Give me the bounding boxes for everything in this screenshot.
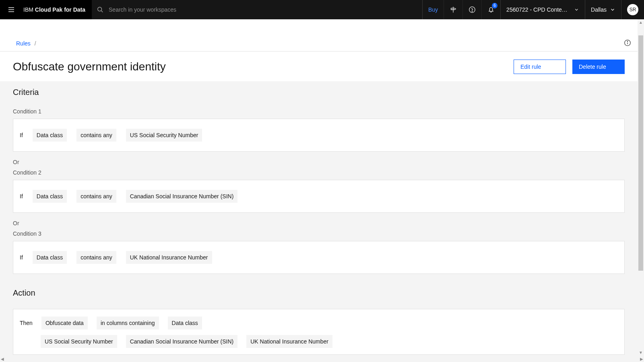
action-chip: US Social Security Number xyxy=(41,335,117,348)
title-actions: Edit rule Delete rule xyxy=(514,60,625,74)
breadcrumb-separator: / xyxy=(35,40,36,47)
action-row: Then Obfuscate data in columns containin… xyxy=(20,317,618,329)
svg-point-9 xyxy=(627,41,627,41)
vertical-scrollbar[interactable]: ▲ ▼ xyxy=(638,19,644,356)
signpost-icon xyxy=(450,6,457,13)
action-heading: Action xyxy=(13,288,625,298)
buy-link[interactable]: Buy xyxy=(422,0,444,19)
condition-label: Condition 1 xyxy=(13,108,625,115)
search-icon xyxy=(97,6,104,13)
svg-point-7 xyxy=(472,11,473,12)
notification-badge: 6 xyxy=(492,3,497,8)
main-scroll-area[interactable]: Criteria Condition 1 If Data class conta… xyxy=(0,81,638,356)
condition-chip: Data class xyxy=(33,251,67,264)
workspace-selector[interactable]: 2560722 - CPD Content D... xyxy=(500,0,585,19)
criteria-heading: Criteria xyxy=(13,88,625,97)
condition-keyword: If xyxy=(20,254,23,261)
action-chip: Obfuscate data xyxy=(41,317,88,329)
or-label: Or xyxy=(13,159,625,165)
title-row: Obfuscate government identity Edit rule … xyxy=(0,51,638,81)
action-chip: UK National Insurance Number xyxy=(246,335,332,348)
condition-card: If Data class contains any US Social Sec… xyxy=(13,119,625,152)
action-chip: Canadian Social Insurance Number (SIN) xyxy=(126,335,238,348)
breadcrumb-root-link[interactable]: Rules xyxy=(16,40,31,47)
condition-chip: contains any xyxy=(76,190,116,203)
svg-point-3 xyxy=(98,7,102,11)
app-header: IBM Cloud Pak for Data Buy 6 xyxy=(0,0,644,19)
edit-rule-button[interactable]: Edit rule xyxy=(514,60,566,74)
condition-card: If Data class contains any Canadian Soci… xyxy=(13,180,625,213)
or-label: Or xyxy=(13,220,625,226)
help-icon xyxy=(469,6,476,13)
condition-chip: Data class xyxy=(33,129,67,142)
condition-chip: Canadian Social Insurance Number (SIN) xyxy=(126,190,238,203)
condition-label: Condition 2 xyxy=(13,169,625,176)
action-chip: Data class xyxy=(168,317,202,329)
condition-card: If Data class contains any UK National I… xyxy=(13,241,625,274)
condition-chip: UK National Insurance Number xyxy=(126,251,212,264)
user-avatar[interactable]: SR xyxy=(627,4,638,15)
workspace-label: 2560722 - CPD Content D... xyxy=(506,6,570,13)
page-title: Obfuscate government identity xyxy=(13,60,166,73)
action-card: Then Obfuscate data in columns containin… xyxy=(13,309,625,355)
condition-chip: Data class xyxy=(33,190,67,203)
breadcrumb: Rules / xyxy=(0,35,638,51)
hamburger-menu-button[interactable] xyxy=(2,0,21,19)
scroll-left-arrow-icon[interactable]: ◀ xyxy=(1,357,4,361)
scroll-up-arrow-icon[interactable]: ▲ xyxy=(639,20,643,25)
chevron-down-icon xyxy=(574,7,579,12)
hamburger-icon xyxy=(7,6,15,14)
action-chip: in columns containing xyxy=(97,317,159,329)
condition-chip: contains any xyxy=(76,251,116,264)
help-button[interactable] xyxy=(462,0,481,19)
avatar-wrap: SR xyxy=(621,0,644,19)
vertical-scroll-thumb[interactable] xyxy=(638,35,643,271)
scroll-down-arrow-icon[interactable]: ▼ xyxy=(639,350,643,355)
header-left: IBM Cloud Pak for Data xyxy=(0,0,92,19)
header-right: Buy 6 2560722 - CPD Content D... Dallas xyxy=(422,0,644,19)
info-button[interactable] xyxy=(624,39,631,47)
condition-chip: US Social Security Number xyxy=(126,129,202,142)
condition-chip: contains any xyxy=(76,129,116,142)
action-keyword: Then xyxy=(20,320,33,326)
region-label: Dallas xyxy=(591,6,607,13)
condition-label: Condition 3 xyxy=(13,230,625,237)
delete-rule-button[interactable]: Delete rule xyxy=(572,60,625,74)
signpost-button[interactable] xyxy=(444,0,462,19)
notifications-button[interactable]: 6 xyxy=(481,0,500,19)
global-search[interactable] xyxy=(92,0,422,19)
region-selector[interactable]: Dallas xyxy=(585,0,621,19)
info-icon xyxy=(624,39,631,46)
content-wrap: Rules / Obfuscate government identity Ed… xyxy=(0,35,638,356)
scroll-right-arrow-icon[interactable]: ▶ xyxy=(640,357,643,361)
horizontal-scrollbar[interactable]: ◀ ▶ xyxy=(0,356,644,362)
action-row: US Social Security Number Canadian Socia… xyxy=(20,335,618,348)
brand-bold: Cloud Pak for Data xyxy=(35,6,85,13)
condition-keyword: If xyxy=(20,132,23,138)
chevron-down-icon xyxy=(610,7,615,12)
brand-label: IBM Cloud Pak for Data xyxy=(23,6,85,13)
search-input[interactable] xyxy=(109,6,417,13)
condition-keyword: If xyxy=(20,193,23,200)
brand-prefix: IBM xyxy=(23,6,35,13)
svg-line-4 xyxy=(101,11,103,12)
